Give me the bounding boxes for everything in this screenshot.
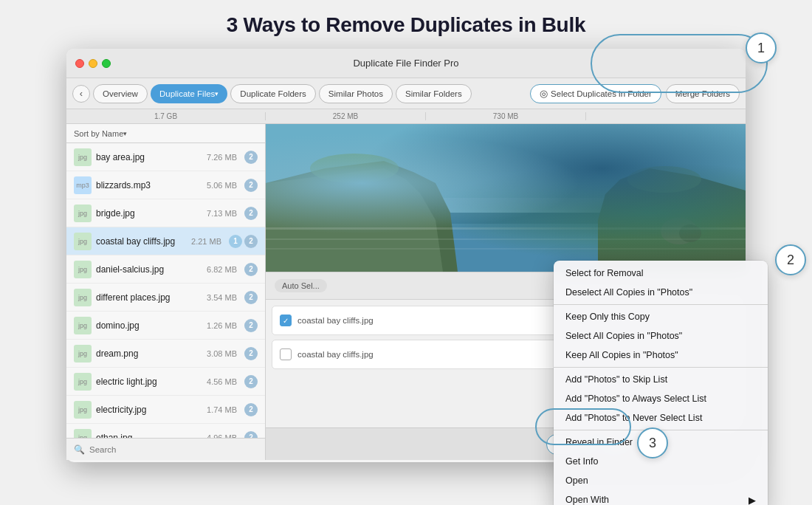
tab-similar-photos[interactable]: Similar Photos [319,84,393,103]
file-name: brigde.jpg [96,208,202,219]
file-item-different[interactable]: jpg different places.jpg 3.54 MB 2 [66,284,265,312]
file-item-domino[interactable]: jpg domino.jpg 1.26 MB 2 [66,312,265,340]
file-icon-domino: jpg [74,317,92,334]
file-list: jpg bay area.jpg 7.26 MB 2 mp3 blizzards… [66,143,265,438]
preview-svg [266,124,746,272]
preview-image [266,124,746,272]
file-icon-different: jpg [74,289,92,306]
file-name: bay area.jpg [96,152,202,162]
menu-item-select-removal[interactable]: Select for Removal [554,264,768,283]
tab-overview[interactable]: Overview [93,84,148,103]
tab-duplicate-files[interactable]: Duplicate Files [151,84,227,103]
dup-checkbox-2[interactable] [280,348,292,360]
menu-item-keep-only[interactable]: Keep Only this Copy [554,307,768,326]
file-name: domino.jpg [96,320,202,331]
sidebar: Sort by Name jpg bay area.jpg 7.26 MB 2 … [66,124,266,460]
file-icon-coastal: jpg [74,233,92,250]
page-title: 3 Ways to Remove Duplicates in Bulk [227,13,585,37]
menu-item-add-always-select[interactable]: Add "Photos" to Always Select List [554,389,768,408]
badge-2: 2 [244,235,258,248]
svg-marker-5 [266,168,443,272]
sort-header[interactable]: Sort by Name [66,124,265,143]
file-item-electric[interactable]: jpg electric light.jpg 4.56 MB 2 [66,368,265,396]
file-size: 3.08 MB [207,349,237,358]
target-icon: ◎ [540,88,548,99]
file-size: 6.82 MB [207,265,237,274]
dup-checkbox-1[interactable]: ✓ [280,315,292,326]
svg-rect-13 [266,248,746,250]
file-icon-bay: jpg [74,148,92,166]
file-item-daniel[interactable]: jpg daniel-salcius.jpg 6.82 MB 2 [66,255,265,284]
file-icon-ethan: jpg [74,429,92,439]
select-dup-label: Select Duplicates in Folder [551,89,652,98]
svg-marker-6 [598,168,746,272]
context-menu: Select for Removal Deselect All Copies i… [554,261,768,505]
dup-badge: 2 [244,207,258,220]
toolbar: ‹ Overview Duplicate Files Duplicate Fol… [66,78,746,109]
dup-badge: 2 [244,431,258,439]
size-indicators-bar: 1.7 GB 252 MB 730 MB [66,109,746,124]
dup-badge: 2 [244,291,258,304]
main-content: Sort by Name jpg bay area.jpg 7.26 MB 2 … [66,124,746,460]
file-size: 1.74 MB [207,405,237,414]
traffic-light-red[interactable] [75,59,84,68]
file-name: ethan.jpg [96,433,202,439]
file-item-brigde[interactable]: jpg brigde.jpg 7.13 MB 2 [66,199,265,227]
file-size: 4.56 MB [207,377,237,386]
file-item-dream[interactable]: jpg dream.png 3.08 MB 2 [66,340,265,368]
file-icon-electric: jpg [74,373,92,391]
svg-point-7 [661,218,698,244]
search-bar: 🔍 [66,438,265,460]
file-name: daniel-salcius.jpg [96,264,202,275]
back-button[interactable]: ‹ [72,85,90,103]
size-dup-folders: 252 MB [266,112,426,120]
dup-badge: 2 [244,319,258,332]
dup-badge: 2 [244,375,258,388]
file-size: 3.54 MB [207,293,237,302]
svg-rect-12 [266,238,746,240]
merge-folders-button[interactable]: Merge Folders [666,84,740,103]
size-similar-photos: 730 MB [426,112,586,120]
dup-badge: 2 [244,151,258,164]
window-title: Duplicate File Finder Pro [353,58,458,69]
svg-rect-0 [266,124,746,272]
menu-item-select-all-copies[interactable]: Select All Copies in "Photos" [554,326,768,346]
title-bar: Duplicate File Finder Pro [66,49,746,78]
step2-number: 2 [775,244,806,275]
dup-badge: 2 [244,179,258,192]
menu-item-open-with[interactable]: Open With ▶ [554,490,768,505]
traffic-light-yellow[interactable] [89,59,97,68]
file-size: 7.13 MB [207,209,237,218]
svg-rect-11 [266,227,746,230]
tab-similar-folders[interactable]: Similar Folders [396,84,472,103]
file-name: electric light.jpg [96,377,202,387]
file-icon-daniel: jpg [74,261,92,278]
select-duplicates-in-folder-button[interactable]: ◎ Select Duplicates in Folder [530,84,661,103]
traffic-light-green[interactable] [102,59,111,68]
step1-number: 1 [746,32,777,63]
file-name: blizzards.mp3 [96,180,202,190]
dup-badge: 2 [244,263,258,276]
file-item-coastal[interactable]: jpg coastal bay cliffs.jpg 2.21 MB 1 2 [66,227,265,255]
file-size: 1.26 MB [207,321,237,330]
tab-duplicate-folders[interactable]: Duplicate Folders [230,84,315,103]
file-item-bay-area[interactable]: jpg bay area.jpg 7.26 MB 2 [66,143,265,171]
search-input[interactable] [89,445,258,454]
open-with-label: Open With [565,495,609,505]
mac-window: 1 Duplicate File Finder Pro ‹ Overview D… [66,49,746,462]
menu-item-add-never-select[interactable]: Add "Photos" to Never Select List [554,408,768,427]
menu-item-keep-all-copies[interactable]: Keep All Copies in "Photos" [554,346,768,365]
auto-select-mini-label[interactable]: Auto Sel... [275,279,327,292]
file-icon-electricity: jpg [74,401,92,419]
svg-point-9 [310,154,399,183]
badge-1: 1 [229,235,242,248]
file-name: different places.jpg [96,292,202,303]
file-item-ethan[interactable]: jpg ethan.jpg 4.96 MB 2 [66,424,265,438]
file-item-blizzards[interactable]: mp3 blizzards.mp3 5.06 MB 2 [66,171,265,199]
menu-item-open[interactable]: Open [554,471,768,490]
file-item-electricity[interactable]: jpg electricity.jpg 1.74 MB 2 [66,396,265,424]
menu-item-add-skip[interactable]: Add "Photos" to Skip List [554,370,768,389]
svg-marker-4 [266,161,458,272]
menu-item-deselect-copies[interactable]: Deselect All Copies in "Photos" [554,283,768,302]
step3-number: 3 [637,427,668,458]
